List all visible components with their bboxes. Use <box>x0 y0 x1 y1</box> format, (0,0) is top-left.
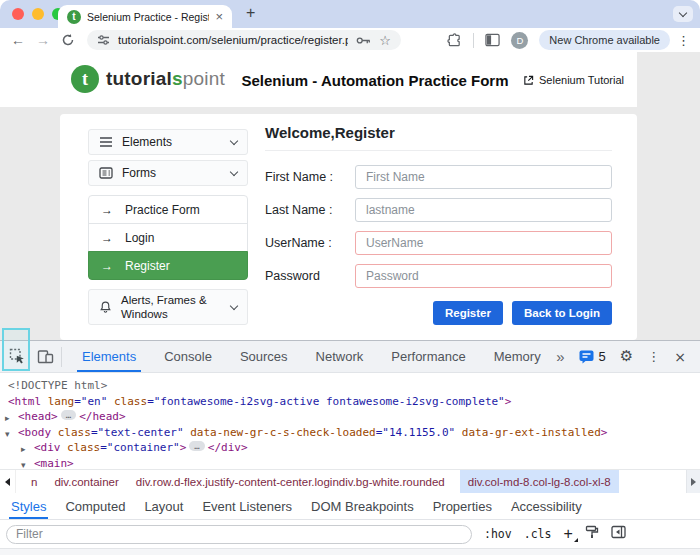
selenium-tutorial-link[interactable]: Selenium Tutorial <box>523 74 624 86</box>
first-name-input[interactable] <box>355 165 612 189</box>
new-tab-button[interactable]: + <box>246 4 255 22</box>
issues-count: 5 <box>599 349 606 364</box>
sidebar-section-alerts-frames-windows[interactable]: Alerts, Frames & Windows <box>88 289 248 325</box>
tutorialspoint-favicon-icon: t <box>67 10 81 24</box>
panel-tab-accessibility[interactable]: Accessibility <box>503 493 590 519</box>
panel-tab-computed[interactable]: Computed <box>57 493 133 519</box>
url-text: tutorialspoint.com/selenium/practice/reg… <box>118 34 348 46</box>
inline-expand-button[interactable]: … <box>61 410 76 420</box>
inspect-element-button[interactable] <box>3 344 31 370</box>
code-token: <main> <box>34 457 74 470</box>
chevron-down-icon <box>230 301 238 309</box>
breadcrumb-item[interactable]: n <box>29 470 39 493</box>
code-token: class <box>61 441 101 454</box>
chevron-down-icon <box>230 136 238 144</box>
dom-tree-node[interactable]: ▾<body class="text-center" data-new-gr-c… <box>0 425 700 441</box>
toggle-sidebar-panel-button[interactable] <box>611 525 626 543</box>
more-tabs-button[interactable]: » <box>556 348 564 365</box>
dom-tree-node[interactable]: <!DOCTYPE html> <box>0 378 700 394</box>
sidebar-item-label: Practice Form <box>125 203 200 217</box>
breadcrumb-item[interactable]: div.col-md-8.col-lg-8.col-xl-8 <box>460 470 619 493</box>
toolbar-divider <box>61 347 62 367</box>
devtools-tab-console[interactable]: Console <box>150 341 226 372</box>
inline-expand-button[interactable]: … <box>189 441 204 451</box>
back-button[interactable]: ← <box>10 32 26 48</box>
sidebar-item-login[interactable]: →Login <box>88 223 248 252</box>
dom-tree-node[interactable]: ▾<main> <box>0 456 700 470</box>
styles-filter-bar: :hov .cls + <box>0 520 700 548</box>
code-token: class <box>107 395 147 408</box>
code-token: ="container" <box>100 441 179 454</box>
password-key-icon[interactable] <box>356 35 371 46</box>
update-chrome-chip[interactable]: New Chrome available <box>539 30 670 50</box>
form-heading: Welcome,Register <box>265 124 612 141</box>
panel-tab-layout[interactable]: Layout <box>136 493 191 519</box>
collapse-arrow-icon[interactable]: ▾ <box>21 458 26 470</box>
code-token: lang <box>41 395 74 408</box>
breadcrumb-item[interactable]: div.row.d-flex.justify-content-center.lo… <box>134 470 447 493</box>
device-toolbar-icon <box>37 349 54 364</box>
close-window-button[interactable] <box>12 8 24 20</box>
browser-menu-icon[interactable]: ⋮ <box>677 33 690 48</box>
devtools-close-icon[interactable]: × <box>674 350 686 364</box>
password-input[interactable] <box>355 264 612 288</box>
username-input[interactable] <box>355 231 612 255</box>
sidebar-item-register[interactable]: →Register <box>88 251 248 280</box>
address-input[interactable]: tutorialspoint.com/selenium/practice/reg… <box>87 30 401 50</box>
panel-tab-event-listeners[interactable]: Event Listeners <box>194 493 300 519</box>
devtools-tab-network[interactable]: Network <box>302 341 378 372</box>
minimize-window-button[interactable] <box>32 8 44 20</box>
element-classes-button[interactable]: .cls <box>524 527 552 541</box>
styles-panel-tabs: StylesComputedLayoutEvent ListenersDOM B… <box>0 493 700 520</box>
extensions-icon[interactable] <box>447 33 462 48</box>
sidebar-item-practice-form[interactable]: →Practice Form <box>88 195 248 224</box>
panel-tab-properties[interactable]: Properties <box>425 493 500 519</box>
paint-roller-button[interactable] <box>585 525 599 543</box>
device-toolbar-button[interactable] <box>31 344 59 370</box>
profile-avatar[interactable]: D <box>511 32 528 49</box>
code-token: > <box>601 426 608 439</box>
panel-tab-styles[interactable]: Styles <box>3 493 54 519</box>
dom-tree-node[interactable]: ▸<div class="container">…</div> <box>0 440 700 456</box>
bell-icon <box>99 300 112 314</box>
list-icon <box>99 167 113 179</box>
sidebar-section-elements[interactable]: Elements <box>88 129 248 155</box>
browser-tab[interactable]: t Selenium Practice - Register × <box>58 5 232 28</box>
devtools-menu-icon[interactable]: ⋮ <box>647 350 660 363</box>
reload-button[interactable] <box>60 32 76 48</box>
lastname-input[interactable] <box>355 198 612 222</box>
panel-tab-dom-breakpoints[interactable]: DOM Breakpoints <box>303 493 422 519</box>
issues-counter[interactable]: 5 <box>579 349 606 364</box>
section-label: Forms <box>122 166 156 180</box>
devtools-tab-sources[interactable]: Sources <box>226 341 302 372</box>
new-style-rule-button[interactable]: + <box>563 526 572 542</box>
devtools-settings-icon[interactable]: ⚙ <box>620 349 633 364</box>
styles-filter-input[interactable] <box>6 525 472 544</box>
breadcrumb-item[interactable]: div.container <box>52 470 120 493</box>
site-settings-icon[interactable] <box>97 34 110 46</box>
back-to-login-button[interactable]: Back to Login <box>512 301 612 325</box>
toolbar-divider <box>473 33 474 48</box>
bookmark-star-icon[interactable]: ☆ <box>379 34 391 47</box>
field-label: First Name : <box>265 170 355 184</box>
code-token: > <box>505 395 512 408</box>
devtools-tab-memory[interactable]: Memory <box>480 341 555 372</box>
breadcrumb-scroll-left-button[interactable] <box>0 470 16 493</box>
panel-toggle-icon <box>611 525 626 539</box>
devtools-toolbar-actions: » 5 ⚙ ⋮ × <box>556 348 697 365</box>
dom-tree-node[interactable]: ▸<head>…</head> <box>0 409 700 425</box>
devtools-tab-performance[interactable]: Performance <box>377 341 479 372</box>
tutorialspoint-logo[interactable]: t tutorialspoint <box>71 65 225 93</box>
side-panel-icon[interactable] <box>485 33 500 47</box>
forward-button[interactable]: → <box>35 32 51 48</box>
toggle-element-state-button[interactable]: :hov <box>484 527 512 541</box>
section-label: Alerts, Frames & Windows <box>121 293 217 322</box>
register-button[interactable]: Register <box>433 301 503 325</box>
dom-tree-node[interactable]: <html lang="en" class="fontawesome-i2svg… <box>0 394 700 410</box>
breadcrumb-scroll-right-button[interactable] <box>686 470 700 493</box>
tab-close-icon[interactable]: × <box>215 10 223 23</box>
register-form: Welcome,Register First Name :Last Name :… <box>265 124 612 325</box>
devtools-tab-elements[interactable]: Elements <box>68 341 150 372</box>
tab-search-button[interactable] <box>673 6 693 22</box>
sidebar-section-forms[interactable]: Forms <box>88 160 248 186</box>
